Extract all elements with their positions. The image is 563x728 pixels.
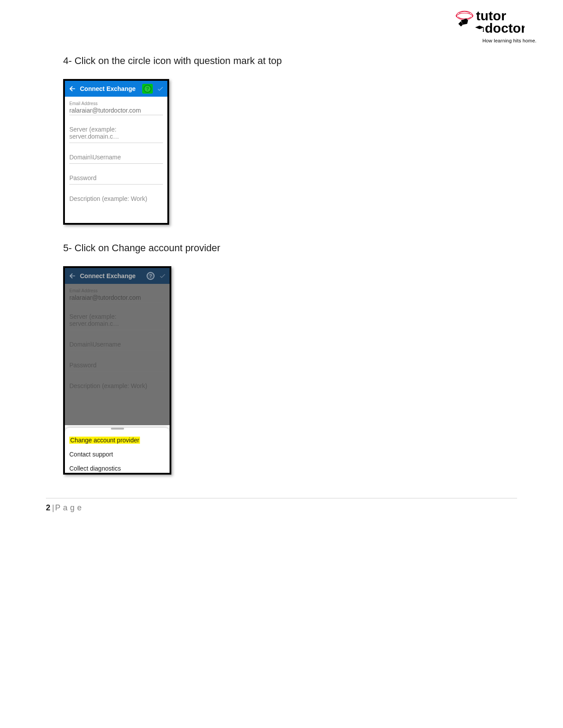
- password-field[interactable]: Password: [69, 172, 163, 185]
- password-placeholder: Password: [69, 172, 163, 183]
- menu-item-label: Change account provider: [69, 437, 140, 444]
- page-footer: 2|Page: [46, 503, 84, 513]
- email-value: ralaraiar@tutordoctor.com: [69, 294, 165, 301]
- page-number: 2: [46, 503, 50, 512]
- domain-placeholder: Domain\Username: [69, 151, 163, 162]
- description-field[interactable]: Description (example: Work): [69, 192, 163, 205]
- domain-username-field: Domain\Username: [69, 338, 165, 351]
- help-question-icon: ?: [147, 272, 155, 280]
- page-label: Page: [55, 503, 84, 512]
- svg-point-2: [483, 31, 484, 32]
- confirm-check-icon: [159, 272, 166, 279]
- footer-divider: [46, 498, 517, 498]
- description-placeholder: Description (example: Work): [69, 192, 163, 204]
- password-field: Password: [69, 359, 165, 372]
- domain-username-field[interactable]: Domain\Username: [69, 151, 163, 164]
- screenshot-step-5: Connect Exchange ? Email Address ralarai…: [63, 266, 171, 475]
- description-placeholder: Description (example: Work): [69, 380, 165, 391]
- back-arrow-icon[interactable]: [68, 85, 76, 93]
- confirm-check-icon[interactable]: [157, 85, 164, 92]
- server-placeholder: Server (example: server.domain.c…: [69, 123, 163, 142]
- email-label: Email Address: [69, 101, 163, 106]
- app-titlebar-dimmed: Connect Exchange ?: [65, 268, 170, 284]
- screenshot-step-4: Connect Exchange ? Email Address ralarai…: [63, 79, 169, 225]
- menu-change-account-provider[interactable]: Change account provider: [65, 433, 170, 447]
- back-arrow-icon: [68, 272, 76, 280]
- help-icon-highlight: ?: [143, 84, 152, 93]
- password-placeholder: Password: [69, 359, 165, 370]
- tutor-doctor-logo-icon: tutor doctor: [455, 9, 525, 37]
- server-field: Server (example: server.domain.c…: [69, 310, 165, 330]
- dimmed-background: Connect Exchange ? Email Address ralarai…: [65, 268, 170, 425]
- email-field: Email Address ralaraiar@tutordoctor.com: [69, 288, 165, 302]
- email-field[interactable]: Email Address ralaraiar@tutordoctor.com: [69, 101, 163, 115]
- screen-title-dimmed: Connect Exchange: [80, 272, 136, 279]
- help-question-icon[interactable]: ?: [144, 85, 151, 93]
- help-bottom-sheet: Change account provider Contact support …: [65, 428, 170, 475]
- server-placeholder: Server (example: server.domain.c…: [69, 310, 165, 329]
- sheet-drag-handle-icon[interactable]: [111, 428, 124, 430]
- description-field: Description (example: Work): [69, 380, 165, 392]
- app-titlebar: Connect Exchange ?: [65, 81, 167, 97]
- exchange-form: Email Address ralaraiar@tutordoctor.com …: [65, 97, 167, 205]
- document-page: tutor doctor How learning hits home. 4- …: [0, 0, 563, 728]
- menu-contact-support[interactable]: Contact support: [65, 447, 170, 461]
- server-field[interactable]: Server (example: server.domain.c…: [69, 123, 163, 143]
- step-4-heading: 4- Click on the circle icon with questio…: [63, 55, 563, 67]
- step-5-heading: 5- Click on Change account provider: [63, 242, 563, 254]
- domain-placeholder: Domain\Username: [69, 338, 165, 350]
- logo-word-bottom: doctor: [485, 21, 525, 35]
- exchange-form-dimmed: Email Address ralaraiar@tutordoctor.com …: [65, 284, 170, 392]
- svg-rect-1: [483, 27, 484, 31]
- email-value: ralaraiar@tutordoctor.com: [69, 107, 163, 114]
- menu-collect-diagnostics[interactable]: Collect diagnostics: [65, 461, 170, 475]
- logo-tagline: How learning hits home.: [482, 38, 537, 43]
- screen-title: Connect Exchange: [80, 85, 136, 92]
- email-label: Email Address: [69, 288, 165, 293]
- brand-logo: tutor doctor How learning hits home.: [455, 9, 537, 43]
